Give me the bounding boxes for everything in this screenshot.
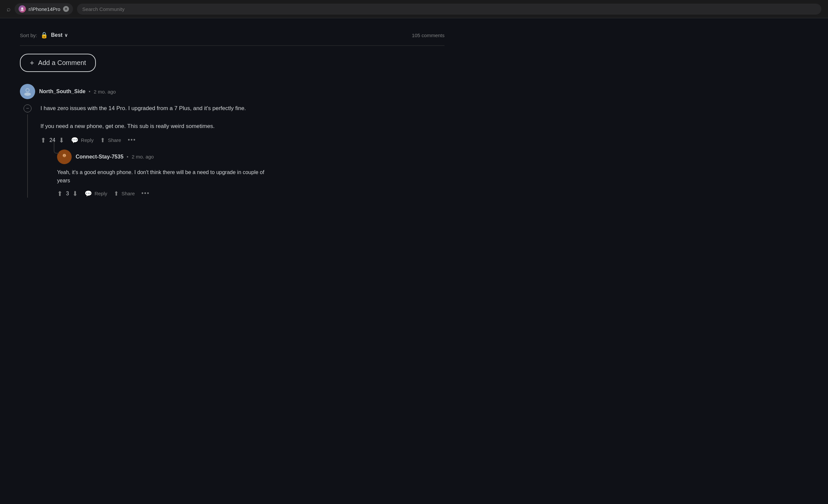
reply-curve <box>54 142 59 153</box>
comment-text: I have zero issues with the 14 Pro. I up… <box>40 104 445 131</box>
plus-icon: + <box>30 59 34 66</box>
collapse-button[interactable]: − <box>24 104 32 112</box>
username: North_South_Side <box>39 89 86 94</box>
sort-bar: Sort by: 🔒 Best ∨ 105 comments <box>20 25 445 46</box>
reply-label: Reply <box>81 137 93 143</box>
avatar <box>20 84 35 99</box>
svg-point-8 <box>64 155 64 155</box>
reply-section: Connect-Stay-7535 • 2 mo. ago Yeah, it's… <box>40 149 445 198</box>
reply-icon: 💬 <box>71 137 78 144</box>
svg-point-4 <box>26 89 29 92</box>
svg-point-3 <box>24 93 31 96</box>
reply-share-label: Share <box>121 191 135 196</box>
sort-button[interactable]: Best ∨ <box>51 32 68 38</box>
main-content: Sort by: 🔒 Best ∨ 105 comments + Add a C… <box>0 18 464 211</box>
sort-value: Best <box>51 32 63 38</box>
share-icon: ⬆ <box>114 190 119 197</box>
reply-share-button[interactable]: ⬆ Share <box>114 190 135 197</box>
share-button[interactable]: ⬆ Share <box>100 137 121 144</box>
downvote-button[interactable]: ⬇ <box>59 136 65 144</box>
search-icon-btn[interactable]: ⌕ <box>7 5 11 13</box>
community-tab[interactable]: r/iPhone14Pro × <box>14 3 73 14</box>
comments-section: North_South_Side • 2 mo. ago − I have ze… <box>20 84 445 204</box>
avatar <box>57 149 72 164</box>
upvote-button[interactable]: ⬆ <box>40 136 46 144</box>
search-icon: ⌕ <box>7 5 11 13</box>
reply-icon: 💬 <box>85 190 92 197</box>
vote-group: ⬆ 24 ⬇ <box>40 136 65 144</box>
chevron-down-icon: ∨ <box>65 33 68 38</box>
search-input[interactable] <box>77 4 821 14</box>
reply-connector: Connect-Stay-7535 • 2 mo. ago Yeah, it's… <box>50 149 445 198</box>
upvote-icon: ⬆ <box>40 136 46 144</box>
svg-point-0 <box>21 7 23 9</box>
sort-label: Sort by: <box>20 33 37 38</box>
thread-line-col: − <box>20 104 35 198</box>
upvote-icon: ⬆ <box>57 190 63 198</box>
reply-username: Connect-Stay-7535 <box>76 154 123 160</box>
svg-point-6 <box>61 158 67 161</box>
share-icon: ⬆ <box>100 137 105 144</box>
reply-upvote-button[interactable]: ⬆ <box>57 190 63 198</box>
comment-body: − I have zero issues with the 14 Pro. I … <box>20 104 445 198</box>
comments-count: 105 comments <box>412 33 445 38</box>
reply-reply-label: Reply <box>94 191 107 196</box>
reply-timestamp: 2 mo. ago <box>132 154 154 159</box>
sort-icon: 🔒 <box>40 32 48 39</box>
thread-line <box>27 114 28 198</box>
reply-button[interactable]: 💬 Reply <box>71 137 93 144</box>
reply-more-options-button[interactable]: ••• <box>141 190 150 197</box>
reply-actions: ⬆ 3 ⬇ 💬 Reply <box>57 190 445 198</box>
top-bar: ⌕ r/iPhone14Pro × <box>0 0 828 18</box>
downvote-icon: ⬇ <box>59 136 65 144</box>
share-label: Share <box>108 137 121 143</box>
downvote-icon: ⬇ <box>72 190 78 198</box>
add-comment-button[interactable]: + Add a Comment <box>20 54 96 72</box>
community-name: r/iPhone14Pro <box>29 6 60 12</box>
comment-content: I have zero issues with the 14 Pro. I up… <box>35 104 445 198</box>
reply-indent <box>50 149 57 198</box>
comment-meta: North_South_Side • 2 mo. ago <box>39 89 116 94</box>
community-icon <box>18 5 26 13</box>
table-row: North_South_Side • 2 mo. ago − I have ze… <box>20 84 445 198</box>
reply-text: Yeah, it's a good enough phone. I don't … <box>57 168 445 185</box>
more-options-button[interactable]: ••• <box>128 137 136 144</box>
close-tab-button[interactable]: × <box>63 6 69 12</box>
add-comment-label: Add a Comment <box>38 59 86 66</box>
comment-header: North_South_Side • 2 mo. ago <box>20 84 445 99</box>
reply-header: Connect-Stay-7535 • 2 mo. ago <box>57 149 445 164</box>
reply-downvote-button[interactable]: ⬇ <box>72 190 78 198</box>
reply-meta: Connect-Stay-7535 • 2 mo. ago <box>76 154 154 160</box>
svg-point-7 <box>64 154 65 156</box>
svg-point-9 <box>65 155 65 155</box>
reply-vote-count: 3 <box>66 191 69 197</box>
reply-reply-button[interactable]: 💬 Reply <box>85 190 107 197</box>
reply-content-wrapper: Connect-Stay-7535 • 2 mo. ago Yeah, it's… <box>57 149 445 198</box>
comment-actions: ⬆ 24 ⬇ 💬 Reply ⬆ <box>40 136 445 144</box>
timestamp: 2 mo. ago <box>93 89 116 94</box>
svg-point-1 <box>20 10 24 11</box>
reply-vote-group: ⬆ 3 ⬇ <box>57 190 78 198</box>
sort-left: Sort by: 🔒 Best ∨ <box>20 32 68 39</box>
